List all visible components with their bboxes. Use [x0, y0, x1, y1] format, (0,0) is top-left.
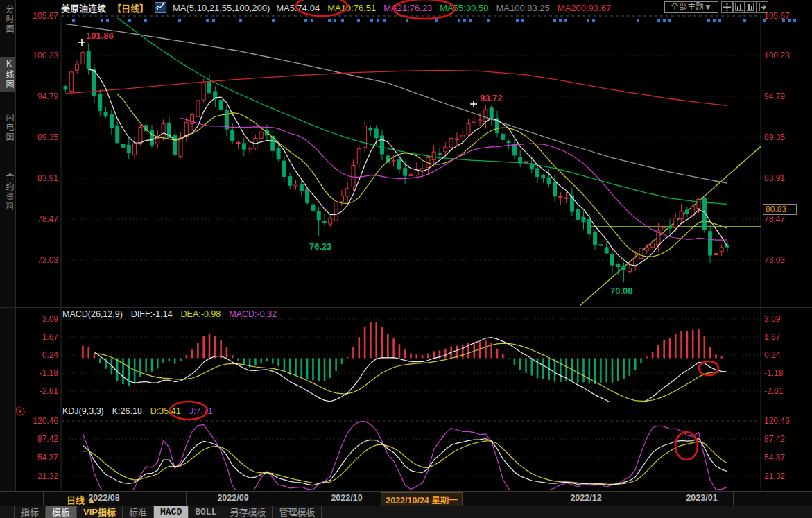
- ma-values: MA5:74.04MA10:76.51MA21:76.23MA55:80.50M…: [276, 3, 612, 13]
- ma-value-4: MA55:80.50: [440, 3, 488, 13]
- ma-settings-label: MA(5,10,21,55,100,200): [173, 3, 270, 13]
- footer-tab-7[interactable]: 另存模板: [223, 506, 273, 518]
- crosshair-date-label: 2022/10/24 星期一: [381, 492, 463, 507]
- price-tick-left: 100.23: [17, 51, 58, 60]
- footer-tab-1[interactable]: 指标: [14, 506, 46, 518]
- footer-tab-3[interactable]: VIP指标: [77, 506, 123, 518]
- price-tick-left: 105.67: [17, 11, 58, 21]
- app-root: 分时图K线图闪电图合约资料 美原油连续 【日线】 MA(5,10,21,55,1…: [0, 0, 812, 518]
- chart-header: 美原油连续 【日线】 MA(5,10,21,55,100,200) MA5:74…: [61, 1, 612, 14]
- macd-tick-right: -2.61: [764, 386, 806, 396]
- macd-tick-right: 0.24: [764, 350, 806, 360]
- macd-value-3: MACD:-0.32: [229, 309, 277, 319]
- kline-chart-icon: [155, 2, 166, 13]
- symbol-title: 美原油连续: [61, 1, 106, 15]
- sidebar-item-2[interactable]: K线图: [0, 57, 15, 92]
- macd-tick-left: 1.67: [17, 332, 58, 342]
- date-cell-divider: [733, 492, 734, 506]
- price-tick-right: 73.03: [764, 255, 806, 265]
- macd-panel-header: MACD(26,12,9) DIFF:-1.14DEA:-0.98MACD:-0…: [62, 309, 277, 319]
- price-tick-left: 78.47: [17, 214, 58, 224]
- macd-tick-right: 3.09: [764, 314, 806, 324]
- theme-dropdown-button[interactable]: 全部主题▼: [664, 1, 718, 13]
- date-cell-divider: [43, 492, 44, 506]
- macd-value-1: DIFF:-1.14: [131, 309, 173, 319]
- ma-value-6: MA200:93.67: [558, 3, 611, 13]
- price-tick-right: 105.67: [764, 11, 806, 21]
- pan-icon[interactable]: [721, 1, 733, 13]
- ma-value-5: MA100:83.25: [496, 3, 549, 13]
- date-tick: 2022/10: [331, 493, 362, 503]
- macd-tick-left: 3.09: [17, 314, 58, 324]
- price-tick-right: 100.23: [764, 51, 806, 60]
- macd-tick-left: 0.24: [17, 350, 58, 360]
- footer-tab-8[interactable]: 管理模板: [273, 506, 322, 518]
- footer-tab-4[interactable]: 标准: [123, 506, 154, 518]
- left-sidebar: 分时图K线图闪电图合约资料: [0, 0, 16, 518]
- kdj-tick-left: 21.32: [17, 472, 58, 481]
- kdj-tick-right: 54.37: [764, 453, 806, 463]
- footer-tab-5[interactable]: MACD: [154, 506, 189, 518]
- macd-tick-left: -2.61: [17, 386, 58, 396]
- macd-tick-left: -1.18: [17, 368, 58, 378]
- kdj-tick-right: 87.42: [764, 434, 806, 444]
- sidebar-item-4[interactable]: 合约资料: [0, 171, 15, 214]
- price-tick-right: 83.91: [764, 173, 806, 183]
- price-tick-right: 94.79: [764, 92, 806, 101]
- kdj-value-3: J:7.71: [189, 406, 213, 416]
- chart-left-axis-icon[interactable]: [733, 1, 745, 13]
- kdj-value-1: K:26.18: [112, 406, 142, 416]
- kdj-panel-header: KDJ(9,3,3) K:26.18D:35.41J:7.71: [62, 406, 213, 416]
- footer-tab-2[interactable]: 模板: [46, 506, 77, 518]
- price-tick-left: 89.35: [17, 132, 58, 142]
- kdj-tick-right: 120.46: [764, 416, 806, 426]
- date-tick: 2022/12: [570, 493, 601, 503]
- kdj-tick-right: 21.32: [764, 472, 806, 481]
- macd-value-2: DEA:-0.98: [181, 309, 221, 319]
- panel-divider: [0, 404, 812, 404]
- price-tick-right: 89.35: [764, 132, 806, 142]
- ma-value-1: MA5:74.04: [276, 3, 320, 13]
- date-tick: 2022/08: [88, 493, 119, 503]
- panel-divider: [0, 307, 812, 308]
- period-label: 【日线】: [112, 1, 148, 15]
- macd-title: MACD(26,12,9): [62, 309, 123, 319]
- kdj-tick-left: 87.42: [17, 434, 58, 444]
- price-tick-left: 73.03: [17, 255, 58, 265]
- kdj-values: K:26.18D:35.41J:7.71: [112, 406, 213, 416]
- date-cell-divider: [186, 492, 187, 506]
- kdj-title: KDJ(9,3,3): [62, 406, 104, 416]
- macd-tick-right: 1.67: [764, 332, 806, 342]
- macd-values: DIFF:-1.14DEA:-0.98MACD:-0.32: [131, 309, 277, 319]
- price-tick-left: 83.91: [17, 173, 58, 183]
- kdj-tick-left: 120.46: [17, 416, 58, 426]
- date-axis: 日线 ▲ 2022/082022/092022/102022/10/24 星期一…: [0, 491, 812, 507]
- ma-value-3: MA21:76.23: [383, 3, 432, 13]
- chart-right-axis-icon[interactable]: [745, 1, 757, 13]
- sidebar-item-3[interactable]: 闪电图: [0, 111, 15, 144]
- price-annotation: 70.08: [610, 286, 633, 296]
- footer-tab-bar: 指标模板VIP指标标准MACDBOLL另存模板管理模板: [0, 506, 812, 518]
- price-annotation: 93.72: [480, 93, 503, 103]
- overlay-layer: 分时图K线图闪电图合约资料 美原油连续 【日线】 MA(5,10,21,55,1…: [0, 0, 812, 518]
- date-tick: 2022/09: [217, 493, 248, 503]
- ma-value-2: MA10:76.51: [327, 3, 376, 13]
- price-tick-right: 78.47: [764, 214, 806, 224]
- price-annotation: 76.23: [309, 241, 332, 252]
- sidebar-item-1[interactable]: 分时图: [0, 3, 15, 36]
- date-tick: 2023/01: [686, 493, 717, 503]
- macd-tick-right: -1.18: [764, 368, 806, 378]
- footer-tab-6[interactable]: BOLL: [189, 506, 223, 518]
- kdj-value-2: D:35.41: [150, 406, 181, 416]
- kdj-tick-left: 54.37: [17, 453, 58, 463]
- price-badge: 80.83: [763, 204, 797, 215]
- price-tick-left: 94.79: [17, 92, 58, 101]
- price-annotation: 101.86: [86, 31, 114, 41]
